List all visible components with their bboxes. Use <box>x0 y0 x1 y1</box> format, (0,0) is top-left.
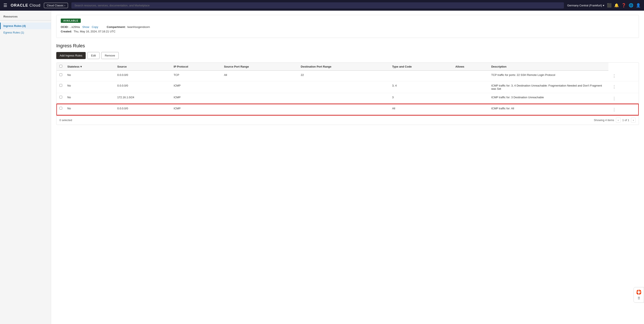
row1-checkbox[interactable] <box>60 73 62 76</box>
created-value: Thu, May 16, 2024, 07:16:21 UTC <box>74 30 116 33</box>
page-info: 1 of 1 <box>622 118 629 122</box>
row4-action-button[interactable]: ⋮ <box>611 107 617 112</box>
row3-stateless: No <box>65 93 115 104</box>
header-stateless[interactable]: Stateless ▾ <box>65 63 115 70</box>
row3-action-cell: ⋮ <box>608 93 638 104</box>
row3-dest-port <box>298 93 390 104</box>
remove-button[interactable]: Remove <box>101 52 119 59</box>
topnav-right-section: Germany Central (Frankfurt) ▾ ⬛ 🔔 ❓ 🌐 👤 <box>567 3 640 8</box>
row4-stateless: No <box>65 104 115 115</box>
help-icon[interactable]: ❓ <box>622 3 626 8</box>
row1-action-cell: ⋮ <box>608 70 638 82</box>
header-description: Description <box>489 63 608 70</box>
sidebar-item-egress-rules[interactable]: Egress Rules (1) <box>0 29 51 36</box>
row2-dest-port <box>298 82 390 93</box>
row2-type-code: 3, 4 <box>390 82 453 93</box>
protocol-header-label: IP Protocol <box>174 65 188 68</box>
row4-protocol: ICMP <box>171 104 222 115</box>
ocid-copy-link[interactable]: Copy <box>92 25 98 28</box>
header-allows: Allows <box>453 63 489 70</box>
help-widget-grid-icon: ⠿ <box>638 296 640 300</box>
header-checkbox-cell <box>57 63 65 70</box>
prev-page-button[interactable]: ‹ <box>616 118 620 122</box>
row4-action-cell: ⋮ <box>608 104 638 115</box>
row2-action-button[interactable]: ⋮ <box>611 84 617 90</box>
row1-dest-port: 22 <box>298 70 390 82</box>
header-dest-port: Destination Port Range <box>298 63 390 70</box>
row4-allows <box>453 104 489 115</box>
sidebar-item-ingress-rules[interactable]: Ingress Rules (4) <box>0 22 51 29</box>
row1-protocol: TCP <box>171 70 222 82</box>
region-label: Germany Central (Frankfurt) <box>567 4 602 7</box>
edit-button[interactable]: Edit <box>87 52 99 59</box>
created-group: Created: Thu, May 16, 2024, 07:16:21 UTC <box>61 30 116 33</box>
sidebar: Resources Ingress Rules (4) Egress Rules… <box>0 11 51 324</box>
row3-checkbox-cell <box>57 93 65 104</box>
dest-port-header-label: Destination Port Range <box>301 65 332 68</box>
row1-description: TCP traffic for ports: 22 SSH Remote Log… <box>489 70 608 82</box>
description-header-label: Description <box>491 65 506 68</box>
stateless-header-label: Stateless ▾ <box>67 65 82 68</box>
allows-header-label: Allows <box>456 65 464 68</box>
selected-count: 0 selected <box>60 118 72 122</box>
region-selector[interactable]: Germany Central (Frankfurt) ▾ <box>567 4 604 7</box>
select-all-checkbox[interactable] <box>60 65 62 68</box>
row4-source-port <box>222 104 298 115</box>
row3-action-button[interactable]: ⋮ <box>611 96 617 101</box>
pagination: Showing 4 items ‹ 1 of 1 › <box>594 118 636 122</box>
ocid-show-link[interactable]: Show <box>82 25 89 28</box>
created-label: Created: <box>61 30 72 33</box>
source-port-header-label: Source Port Range <box>224 65 249 68</box>
source-header-label: Source <box>117 65 126 68</box>
row3-allows <box>453 93 489 104</box>
row1-type-code <box>390 70 453 82</box>
row3-description: ICMP traffic for: 3 Destination Unreacha… <box>489 93 608 104</box>
toolbar: Add Ingress Rules Edit Remove <box>56 52 639 59</box>
row1-action-button[interactable]: ⋮ <box>611 73 617 79</box>
showing-label: Showing 4 items <box>594 118 614 122</box>
ocid-row: OCID: ...k26hla Show Copy Compartment: I… <box>61 25 634 28</box>
row4-type-code: All <box>390 104 453 115</box>
header-source: Source <box>115 63 171 70</box>
header-type-code: Type and Code <box>390 63 453 70</box>
row4-checkbox-cell <box>57 104 65 115</box>
row2-source: 0.0.0.0/0 <box>115 82 171 93</box>
add-ingress-rules-button[interactable]: Add Ingress Rules <box>56 52 86 59</box>
ocid-label: OCID: <box>61 25 68 28</box>
row1-source-port: All <box>222 70 298 82</box>
row1-allows <box>453 70 489 82</box>
next-page-button[interactable]: › <box>631 118 636 122</box>
row3-checkbox[interactable] <box>60 96 62 98</box>
ingress-rules-table-wrapper: Stateless ▾ Source IP Protocol Source Po… <box>56 62 639 125</box>
table-footer: 0 selected Showing 4 items ‹ 1 of 1 › <box>56 115 639 125</box>
created-row: Created: Thu, May 16, 2024, 07:16:21 UTC <box>61 30 634 33</box>
row1-source: 0.0.0.0/0 <box>115 70 171 82</box>
row4-checkbox[interactable] <box>60 107 62 110</box>
hamburger-menu-icon[interactable]: ☰ <box>4 3 7 8</box>
status-badge: AVAILABLE <box>61 18 81 23</box>
header-protocol: IP Protocol <box>171 63 222 70</box>
row1-stateless: No <box>65 70 115 82</box>
row2-checkbox[interactable] <box>60 84 62 87</box>
row2-action-cell: ⋮ <box>608 82 638 93</box>
table-row: No 0.0.0.0/0 TCP All 22 TCP traffic for … <box>57 70 638 82</box>
top-navigation: ☰ ORACLE Cloud Cloud Classic › Germany C… <box>0 0 644 11</box>
page-layout: Resources Ingress Rules (4) Egress Rules… <box>0 11 644 324</box>
row2-source-port <box>222 82 298 93</box>
ingress-rules-table: Stateless ▾ Source IP Protocol Source Po… <box>56 63 639 115</box>
row4-source: 0.0.0.0/0 <box>115 104 171 115</box>
table-body: No 0.0.0.0/0 TCP All 22 TCP traffic for … <box>57 70 638 115</box>
search-input[interactable] <box>72 2 564 8</box>
header-source-port: Source Port Range <box>222 63 298 70</box>
cloud-classic-button[interactable]: Cloud Classic › <box>44 3 68 8</box>
row2-protocol: ICMP <box>171 82 222 93</box>
row2-checkbox-cell <box>57 82 65 93</box>
console-icon[interactable]: ⬛ <box>607 3 612 8</box>
globe-icon[interactable]: 🌐 <box>629 3 633 8</box>
ocid-label-group: OCID: ...k26hla Show Copy <box>61 25 98 28</box>
row4-dest-port <box>298 104 390 115</box>
row3-source-port <box>222 93 298 104</box>
bell-icon[interactable]: 🔔 <box>614 3 619 8</box>
help-widget[interactable]: 🛟 ⠿ <box>634 287 644 303</box>
user-avatar-icon[interactable]: 👤 <box>636 3 640 8</box>
